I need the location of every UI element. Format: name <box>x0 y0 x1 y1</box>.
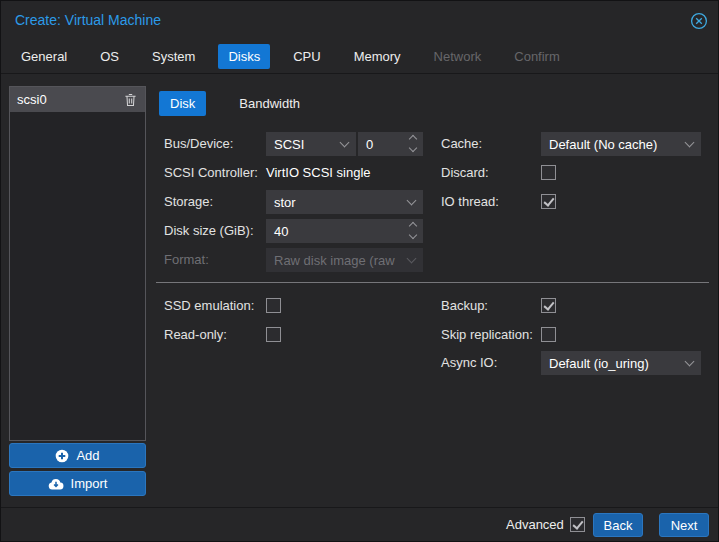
chevron-down-icon <box>685 138 695 148</box>
import-button[interactable]: Import <box>9 471 146 496</box>
tab-system[interactable]: System <box>142 44 205 69</box>
async-io-label: Async IO: <box>441 351 497 375</box>
cache-label: Cache: <box>441 132 482 156</box>
format-select-value: Raw disk image (raw <box>274 253 395 268</box>
tab-disks[interactable]: Disks <box>218 44 270 69</box>
cloud-download-icon <box>48 478 64 490</box>
disk-list-item-scsi0[interactable]: scsi0 <box>10 87 145 112</box>
storage-label: Storage: <box>164 190 213 214</box>
next-button[interactable]: Next <box>659 513 709 537</box>
close-icon[interactable] <box>690 12 708 30</box>
tab-bandwidth[interactable]: Bandwidth <box>228 91 311 116</box>
chevron-down-icon <box>407 196 417 206</box>
skip-replication-checkbox[interactable] <box>541 327 556 342</box>
device-number-value: 0 <box>366 137 373 152</box>
device-number-stepper[interactable]: 0 <box>358 132 423 156</box>
detail-tabbar: Disk Bandwidth <box>159 91 311 116</box>
disk-list-panel: scsi0 <box>9 86 146 441</box>
back-button[interactable]: Back <box>593 513 643 537</box>
chevron-down-icon <box>685 357 695 367</box>
discard-checkbox[interactable] <box>541 165 556 180</box>
next-button-label: Next <box>671 518 698 533</box>
tab-general[interactable]: General <box>11 44 77 69</box>
ssd-emulation-checkbox[interactable] <box>266 298 281 313</box>
add-button[interactable]: Add <box>9 443 146 468</box>
cache-select-value: Default (No cache) <box>549 137 657 152</box>
read-only-checkbox[interactable] <box>266 327 281 342</box>
tab-disk[interactable]: Disk <box>159 91 206 116</box>
tabbar-divider <box>1 73 719 74</box>
import-button-label: Import <box>71 476 108 491</box>
scsi-controller-label: SCSI Controller: <box>164 161 258 185</box>
read-only-label: Read-only: <box>164 323 227 347</box>
bus-device-label: Bus/Device: <box>164 132 233 156</box>
cache-select[interactable]: Default (No cache) <box>541 132 701 156</box>
backup-label: Backup: <box>441 294 488 318</box>
advanced-label: Advanced <box>506 513 564 537</box>
skip-replication-label: Skip replication: <box>441 323 533 347</box>
discard-label: Discard: <box>441 161 489 185</box>
io-thread-label: IO thread: <box>441 190 499 214</box>
spinner-arrows-icon[interactable] <box>410 223 416 238</box>
plus-circle-icon <box>55 449 69 463</box>
trash-icon[interactable] <box>124 92 138 107</box>
format-select: Raw disk image (raw <box>266 248 423 272</box>
disk-size-stepper[interactable]: 40 <box>266 219 423 243</box>
chevron-down-icon <box>407 254 417 264</box>
async-io-select-value: Default (io_uring) <box>549 356 649 371</box>
footer-divider <box>1 507 719 508</box>
back-button-label: Back <box>604 518 633 533</box>
wizard-tabbar: General OS System Disks CPU Memory Netwo… <box>11 44 570 69</box>
advanced-checkbox[interactable] <box>570 517 585 532</box>
add-button-label: Add <box>76 448 99 463</box>
tab-os[interactable]: OS <box>90 44 129 69</box>
disk-size-value: 40 <box>274 224 288 239</box>
scsi-controller-value: VirtIO SCSI single <box>266 161 371 185</box>
storage-select[interactable]: stor <box>266 190 423 214</box>
section-divider <box>156 282 709 283</box>
async-io-select[interactable]: Default (io_uring) <box>541 351 701 375</box>
spinner-arrows-icon[interactable] <box>410 136 416 151</box>
chevron-down-icon <box>340 138 350 148</box>
tab-memory[interactable]: Memory <box>344 44 411 69</box>
format-label: Format: <box>164 248 209 272</box>
disk-size-label: Disk size (GiB): <box>164 219 254 243</box>
ssd-emulation-label: SSD emulation: <box>164 294 254 318</box>
disk-item-label: scsi0 <box>17 92 124 107</box>
tab-cpu[interactable]: CPU <box>283 44 330 69</box>
dialog-title: Create: Virtual Machine <box>15 12 161 28</box>
bus-select[interactable]: SCSI <box>266 132 356 156</box>
bus-select-value: SCSI <box>274 137 304 152</box>
storage-select-value: stor <box>274 195 296 210</box>
io-thread-checkbox[interactable] <box>541 194 556 209</box>
tab-confirm: Confirm <box>504 44 570 69</box>
backup-checkbox[interactable] <box>541 298 556 313</box>
tab-network: Network <box>424 44 492 69</box>
create-vm-dialog: Create: Virtual Machine General OS Syste… <box>0 0 719 542</box>
